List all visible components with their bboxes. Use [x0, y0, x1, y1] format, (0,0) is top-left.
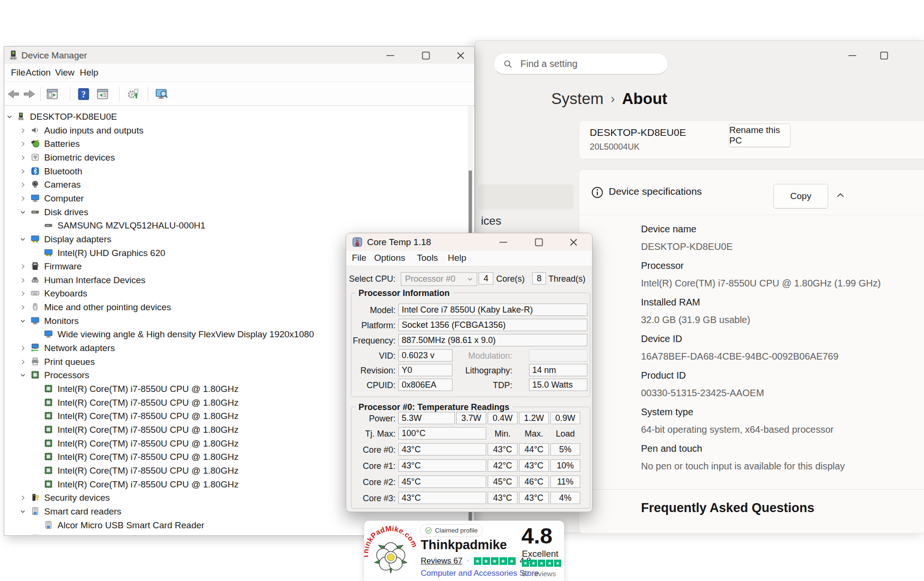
monitor-icon	[44, 330, 53, 338]
star-icon: ★	[491, 557, 499, 565]
tree-item[interactable]: Biometric devices	[4, 151, 468, 165]
maximize-icon[interactable]	[420, 49, 432, 62]
tree-item[interactable]: Computer	[4, 192, 468, 206]
processor-icon	[44, 480, 53, 488]
action-pane-icon[interactable]	[96, 88, 109, 100]
tree-item-label: DESKTOP-KD8EU0E	[30, 112, 117, 122]
maximize-icon[interactable]	[878, 49, 890, 62]
trustpilot-stars: ★★★★★	[474, 557, 516, 565]
window-title: Device Manager	[21, 50, 87, 61]
chevron-down-icon[interactable]	[19, 209, 26, 216]
cpu-select-dropdown[interactable]: Processor #0	[401, 272, 477, 286]
back-arrow-icon[interactable]	[7, 88, 19, 100]
tree-item-label: Audio inputs and outputs	[44, 125, 143, 136]
close-icon[interactable]	[454, 49, 467, 62]
display-icon	[44, 248, 53, 257]
sidebar-selected-pill[interactable]	[479, 184, 574, 210]
scan-hardware-monitor-icon[interactable]	[155, 88, 169, 100]
chevron-right-icon[interactable]	[19, 195, 26, 202]
menu-options[interactable]: Options	[374, 253, 405, 263]
star-icon: ★	[522, 560, 529, 567]
chevron-right-icon[interactable]	[19, 290, 26, 297]
tree-item[interactable]: SAMSUNG MZVLQ512HALU-000H1	[4, 219, 468, 233]
star-icon: ★	[474, 557, 481, 565]
forward-arrow-icon[interactable]	[23, 88, 36, 100]
tree-item[interactable]: DESKTOP-KD8EU0E	[4, 110, 468, 124]
tree-item-label: Intel(R) Core(TM) i7-8550U CPU @ 1.80GHz	[57, 425, 238, 435]
modulation-label: Modulation:	[455, 351, 512, 361]
chevron-right-icon[interactable]	[19, 359, 26, 365]
update-driver-gear-icon[interactable]	[127, 88, 139, 100]
tree-item[interactable]: Audio inputs and outputs	[4, 124, 468, 138]
tree-item-label: Intel(R) Core(TM) i7-8550U CPU @ 1.80GHz	[57, 438, 238, 449]
tree-item-label: Biometric devices	[44, 152, 115, 163]
load-column-header: Load	[550, 429, 580, 439]
menu-file[interactable]: File	[352, 253, 367, 263]
chevron-right-icon[interactable]	[19, 304, 26, 311]
chevron-down-icon[interactable]	[19, 508, 26, 515]
core-label: Core #0:	[346, 445, 396, 455]
core-max-value: 43°C	[519, 459, 549, 472]
chevron-right-icon[interactable]	[19, 141, 26, 147]
tree-item[interactable]: Cameras	[4, 178, 468, 192]
claimed-profile-badge[interactable]: Claimed profile	[420, 524, 483, 537]
chevron-down-icon[interactable]	[19, 236, 26, 243]
chevron-right-icon[interactable]	[19, 277, 26, 284]
chevron-right-icon[interactable]	[19, 154, 26, 161]
find-a-setting-search[interactable]: Find a setting	[493, 53, 668, 75]
tjmax-value: 100°C	[398, 427, 486, 439]
device-manager-titlebar[interactable]: Device Manager	[4, 47, 474, 64]
tree-item[interactable]: Batteries	[4, 137, 468, 151]
category-link[interactable]: Computer and Accessories Store	[421, 569, 539, 578]
chevron-right-icon[interactable]	[19, 127, 26, 134]
tree-item-label: Smart card readers	[44, 506, 122, 517]
spec-row: System type64-bit operating system, x64-…	[641, 406, 912, 436]
trustpilot-review-widget: ThinkPadMike.com Claimed profile Thinkpa…	[364, 521, 564, 581]
console-pane-icon[interactable]	[46, 88, 58, 100]
chevron-down-icon[interactable]	[19, 372, 26, 379]
chevron-right-icon[interactable]	[19, 181, 26, 188]
collapse-chevron-up-icon[interactable]	[836, 190, 845, 200]
chevron-right-icon[interactable]	[19, 168, 26, 175]
spec-value: No pen or touch input is available for t…	[641, 460, 912, 472]
tree-item-label: Intel(R) Core(TM) i7-8550U CPU @ 1.80GHz	[57, 452, 238, 462]
tree-item[interactable]: Disk drives	[4, 206, 468, 219]
menu-help[interactable]: Help	[448, 253, 466, 263]
bluetooth-icon	[31, 167, 39, 175]
trustpilot-stars: ★★★★★	[522, 560, 561, 567]
min-column-header: Min.	[488, 429, 518, 439]
help-icon[interactable]: ?	[77, 88, 90, 100]
minimize-icon[interactable]	[384, 49, 396, 62]
processor-icon	[44, 384, 53, 393]
rename-this-pc-button[interactable]: Rename this PC	[729, 124, 791, 147]
device-specifications-title: Device specifications	[609, 186, 702, 197]
chevron-down-icon[interactable]	[6, 114, 13, 120]
chevron-right-icon[interactable]	[19, 345, 26, 352]
chevron-right-icon[interactable]	[19, 495, 26, 501]
reviews-link[interactable]: Reviews 67	[421, 556, 462, 566]
chevron-right-icon[interactable]	[19, 263, 26, 270]
menu-view[interactable]: View	[55, 67, 75, 78]
close-icon[interactable]	[567, 236, 580, 248]
tree-item[interactable]: Bluetooth	[4, 165, 468, 179]
monitor-icon	[31, 534, 39, 535]
minimize-icon[interactable]	[497, 236, 509, 248]
rating-word: Excellent	[522, 549, 558, 559]
minimize-icon[interactable]	[846, 49, 858, 62]
menu-file[interactable]: File	[11, 67, 26, 78]
model-value: Intel Core i7 8550U (Kaby Lake-R)	[398, 304, 587, 316]
power-package-value: 5.3W	[398, 412, 455, 424]
processor-icon	[44, 439, 53, 448]
hid-icon	[31, 276, 39, 284]
chevron-down-icon[interactable]	[19, 318, 26, 324]
tree-item-label: Display adapters	[44, 234, 112, 245]
menu-tools[interactable]: Tools	[417, 253, 438, 263]
sidebar-item-fragment[interactable]: ices	[481, 214, 501, 228]
breadcrumb-system[interactable]: System	[551, 90, 603, 107]
menu-help[interactable]: Help	[80, 67, 98, 78]
vid-value: 0.6023 v	[398, 349, 453, 362]
core-temp-titlebar[interactable]: Core Temp 1.18	[346, 233, 592, 251]
maximize-icon[interactable]	[533, 236, 545, 248]
menu-action[interactable]: Action	[26, 67, 51, 78]
copy-button[interactable]: Copy	[773, 184, 828, 209]
